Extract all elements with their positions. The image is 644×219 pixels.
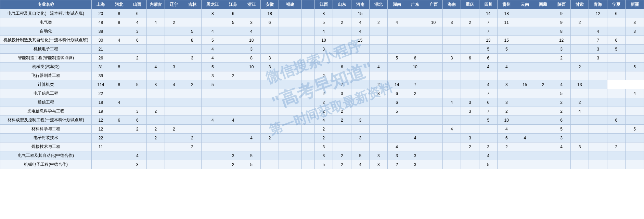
header-cell-15: 河南 <box>351 0 369 9</box>
cell-r0-c2: 8 <box>110 9 128 18</box>
cell-r13-c10 <box>260 125 279 134</box>
cell-r13-c8 <box>224 125 242 134</box>
header-cell-23: 贵州 <box>498 0 516 9</box>
cell-r1-c17: 4 <box>388 18 406 27</box>
cell-r8-c4: 3 <box>146 80 165 89</box>
table-row: 电气工程及其自动化(一流本科计划试点班)2086861881514189126 <box>0 9 644 18</box>
cell-r14-c0: 电子封装技术 <box>0 134 92 142</box>
cell-r12-c6 <box>183 116 201 125</box>
cell-r9-c20 <box>442 89 461 98</box>
cell-r13-c19 <box>424 125 442 134</box>
cell-r9-c3 <box>128 89 146 98</box>
cell-r11-c5 <box>165 107 183 116</box>
cell-r4-c1: 21 <box>92 45 110 54</box>
cell-r17-c22: 5 <box>479 160 497 169</box>
cell-r11-c17: 5 <box>388 107 406 116</box>
cell-r14-c17 <box>388 134 406 142</box>
cell-r14-c4: 2 <box>146 134 165 142</box>
header-cell-9: 浙江 <box>242 0 260 9</box>
cell-r16-c14: 2 <box>333 151 351 160</box>
cell-r10-c8 <box>224 98 242 107</box>
cell-r7-c24 <box>516 71 534 80</box>
cell-r9-c8 <box>224 89 242 98</box>
cell-r3-c26: 12 <box>552 36 570 45</box>
cell-r5-c4 <box>146 54 165 63</box>
cell-r1-c13: 5 <box>314 18 333 27</box>
cell-r15-c2 <box>110 142 128 151</box>
cell-r15-c20 <box>442 142 461 151</box>
cell-r10-c5 <box>165 98 183 107</box>
cell-r11-c29 <box>607 107 625 116</box>
cell-r11-c30 <box>626 107 644 116</box>
cell-r8-c11 <box>279 80 301 89</box>
cell-r13-c15 <box>351 125 369 134</box>
cell-r8-c2: 8 <box>110 80 128 89</box>
cell-r8-c19 <box>424 80 442 89</box>
cell-r17-c2 <box>110 160 128 169</box>
cell-r15-c17: 4 <box>388 142 406 151</box>
table-row: 电子信息工程2223362754 <box>0 89 644 98</box>
cell-r13-c17 <box>388 125 406 134</box>
cell-r1-c7 <box>201 18 224 27</box>
cell-r0-c0: 电气工程及其自动化(一流本科计划试点班) <box>0 9 92 18</box>
cell-r4-c27 <box>570 45 589 54</box>
cell-r14-c5 <box>165 134 183 142</box>
cell-r14-c15: 3 <box>351 134 369 142</box>
cell-r6-c30: 5 <box>626 63 644 71</box>
cell-r10-c1: 18 <box>92 98 110 107</box>
cell-r13-c2 <box>110 125 128 134</box>
cell-r3-c28: 7 <box>589 36 607 45</box>
cell-r0-c11 <box>279 9 301 18</box>
cell-r6-c19 <box>424 63 442 71</box>
cell-r14-c6: 2 <box>183 134 201 142</box>
cell-r8-c25: 2 <box>534 80 552 89</box>
cell-r8-c28 <box>589 80 607 89</box>
cell-r1-c14: 2 <box>333 18 351 27</box>
cell-r1-c1: 48 <box>92 18 110 27</box>
header-cell-19: 广西 <box>424 0 442 9</box>
cell-r11-c11 <box>279 107 301 116</box>
cell-r3-c4 <box>146 36 165 45</box>
cell-r17-c13: 5 <box>314 160 333 169</box>
cell-r5-c20: 3 <box>442 54 461 63</box>
cell-r2-c4 <box>146 27 165 36</box>
cell-r13-c3: 2 <box>128 125 146 134</box>
cell-r8-c24: 15 <box>516 80 534 89</box>
cell-r1-c28 <box>589 18 607 27</box>
cell-r1-c27: 2 <box>570 18 589 27</box>
cell-r6-c11 <box>279 63 301 71</box>
cell-r16-c18: 3 <box>406 151 424 160</box>
cell-r10-c13: 2 <box>314 98 333 107</box>
cell-r12-c24 <box>516 116 534 125</box>
cell-r11-c7 <box>201 107 224 116</box>
cell-r0-c20 <box>442 9 461 18</box>
cell-r12-c21 <box>461 116 479 125</box>
cell-r14-c1: 22 <box>92 134 110 142</box>
cell-r4-c24 <box>516 45 534 54</box>
cell-r9-c10 <box>260 89 279 98</box>
header-cell-7: 黑龙江 <box>201 0 224 9</box>
cell-r1-c18 <box>406 18 424 27</box>
header-cell-22: 四川 <box>479 0 497 9</box>
cell-r17-c15: 4 <box>351 160 369 169</box>
cell-r2-c3: 3 <box>128 27 146 36</box>
cell-r0-c16 <box>370 9 388 18</box>
cell-r10-c2: 4 <box>110 98 128 107</box>
cell-r2-c29 <box>607 27 625 36</box>
cell-r15-c25 <box>534 142 552 151</box>
cell-r3-c11 <box>279 36 301 45</box>
header-cell-16: 湖北 <box>370 0 388 9</box>
cell-r9-c2 <box>110 89 128 98</box>
cell-r1-c30: 3 <box>626 18 644 27</box>
cell-r14-c26: 3 <box>552 134 570 142</box>
cell-r10-c23: 3 <box>498 98 516 107</box>
cell-r16-c30 <box>626 151 644 160</box>
cell-r17-c16: 3 <box>370 160 388 169</box>
cell-r10-c27: 2 <box>570 98 589 107</box>
cell-r8-c13 <box>314 80 333 89</box>
cell-r14-c12 <box>301 134 314 142</box>
cell-r6-c9: 10 <box>242 63 260 71</box>
cell-r0-c6 <box>183 9 201 18</box>
cell-r16-c26 <box>552 151 570 160</box>
cell-r16-c1 <box>92 151 110 160</box>
